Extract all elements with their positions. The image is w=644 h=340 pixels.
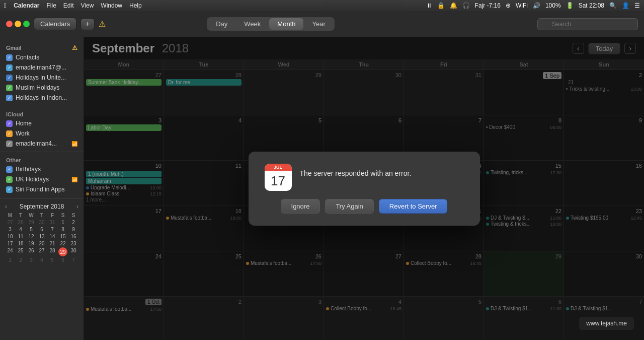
apple-menu-icon[interactable]:  (4, 2, 7, 10)
home-label: Home (16, 120, 32, 127)
sidebar-item-emad4[interactable]: ✓ emadleiman4... 📶 (0, 139, 84, 149)
view-year-button[interactable]: Year (304, 18, 333, 30)
holidays-id-checkbox[interactable]: ✓ (6, 95, 13, 101)
mini-d-27[interactable]: 27 (5, 219, 15, 226)
mini-d-19[interactable]: 19 (26, 240, 36, 247)
mini-d-2b[interactable]: 2 (16, 257, 26, 263)
mini-d-22[interactable]: 22 (58, 240, 68, 247)
mini-d-30b[interactable]: 30 (68, 247, 78, 256)
gmail-group-header: Gmail ⚠ (0, 42, 84, 52)
mini-d-27b[interactable]: 27 (37, 247, 47, 256)
sidebar-item-contacts[interactable]: ✓ Contacts (0, 52, 84, 62)
mini-d-28b[interactable]: 28 (47, 247, 57, 256)
siri-checkbox[interactable]: ✓ (6, 186, 13, 193)
mini-d-23[interactable]: 23 (68, 240, 78, 247)
mini-d-14[interactable]: 14 (47, 233, 57, 240)
mini-d-6[interactable]: 6 (37, 226, 47, 233)
sidebar-item-home[interactable]: ✓ Home (0, 118, 84, 128)
sidebar-item-holidays-id[interactable]: ✓ Holidays in Indon... (0, 93, 84, 103)
mini-d-13[interactable]: 13 (37, 233, 47, 240)
sidebar-item-uk-holidays[interactable]: ✓ UK Holidays 📶 (0, 174, 84, 184)
mini-d-15[interactable]: 15 (58, 233, 68, 240)
menu-help[interactable]: Help (129, 2, 142, 9)
mini-d-24[interactable]: 24 (5, 247, 15, 256)
mini-cal-header-S: S (58, 212, 68, 219)
mini-d-1b[interactable]: 1 (5, 257, 15, 263)
menu-file[interactable]: File (46, 2, 56, 9)
mini-d-26[interactable]: 26 (26, 247, 36, 256)
muslim-holidays-checkbox[interactable]: ✓ (6, 85, 13, 91)
mini-d-7[interactable]: 7 (47, 226, 57, 233)
work-checkbox[interactable]: ✓ (6, 130, 13, 137)
mini-d-5[interactable]: 5 (26, 226, 36, 233)
uk-holidays-checkbox[interactable]: ✓ (6, 176, 13, 183)
mini-d-28[interactable]: 28 (16, 219, 26, 226)
ignore-button[interactable]: Ignore (281, 199, 320, 214)
divider-2 (0, 152, 84, 152)
emad4-label: emadleiman4... (16, 140, 57, 147)
mini-d-6b[interactable]: 6 (58, 257, 68, 263)
mini-cal-next[interactable]: › (76, 203, 78, 210)
home-checkbox[interactable]: ✓ (6, 120, 13, 127)
menu-window[interactable]: Window (101, 2, 122, 9)
try-again-button[interactable]: Try Again (325, 199, 373, 214)
sidebar-item-emad47[interactable]: ✓ emadleiman47@... (0, 62, 84, 73)
app-name[interactable]: Calendar (14, 2, 39, 9)
birthdays-checkbox[interactable]: ✓ (6, 166, 13, 173)
emad47-checkbox[interactable]: ✓ (6, 64, 13, 71)
mini-d-10[interactable]: 10 (5, 233, 15, 240)
mini-d-2[interactable]: 2 (68, 219, 78, 226)
warning-icon: ⚠ (99, 19, 106, 29)
mini-d-30[interactable]: 30 (37, 219, 47, 226)
mini-d-5b[interactable]: 5 (47, 257, 57, 263)
add-calendar-button[interactable]: + (80, 18, 94, 30)
mini-d-7b[interactable]: 7 (68, 257, 78, 263)
search-wrapper: 🔍 (537, 18, 638, 30)
search-input[interactable] (537, 18, 638, 30)
view-week-button[interactable]: Week (236, 18, 269, 30)
holidays-uk-checkbox[interactable]: ✓ (6, 75, 13, 81)
mini-cal-prev[interactable]: ‹ (5, 203, 7, 210)
other-group-header: Other (0, 155, 84, 164)
toolbar-right: 🔍 (537, 18, 638, 30)
sidebar-item-holidays-uk[interactable]: ✓ Holidays in Unite... (0, 73, 84, 83)
contacts-checkbox[interactable]: ✓ (6, 54, 13, 61)
mini-d-9[interactable]: 9 (68, 226, 78, 233)
spotlight-icon[interactable]: 🔍 (609, 2, 617, 9)
mini-d-3b[interactable]: 3 (26, 257, 36, 263)
mini-d-18[interactable]: 18 (16, 240, 26, 247)
mini-d-4b[interactable]: 4 (37, 257, 47, 263)
mini-d-25[interactable]: 25 (16, 247, 26, 256)
mini-d-17[interactable]: 17 (5, 240, 15, 247)
view-day-button[interactable]: Day (208, 18, 235, 30)
mini-d-4[interactable]: 4 (16, 226, 26, 233)
view-month-button[interactable]: Month (269, 18, 303, 30)
revert-to-server-button[interactable]: Revert to Server (379, 199, 448, 214)
sidebar-item-work[interactable]: ✓ Work (0, 128, 84, 139)
mini-cal-header-M: M (5, 212, 15, 219)
user-icon[interactable]: 👤 (622, 2, 629, 9)
mini-d-16[interactable]: 16 (68, 233, 78, 240)
calendars-button[interactable]: Calendars (34, 18, 76, 30)
menubar-right: ⏸ 🔒 🔔 🎧 Fajr -7:16 ⊕ WiFi 🔊 100% 🔋 Sat 2… (426, 2, 640, 9)
mini-d-21[interactable]: 21 (47, 240, 57, 247)
mini-d-1[interactable]: 1 (58, 219, 68, 226)
sidebar-item-siri[interactable]: ✓ Siri Found in Apps (0, 184, 84, 194)
mini-d-31[interactable]: 31 (47, 219, 57, 226)
emad4-checkbox[interactable]: ✓ (6, 141, 13, 147)
mini-d-29[interactable]: 29 (26, 219, 36, 226)
mini-d-3[interactable]: 3 (5, 226, 15, 233)
birthdays-label: Birthdays (16, 166, 41, 173)
menu-view[interactable]: View (81, 2, 94, 9)
mini-d-29-today[interactable]: 29 (58, 247, 67, 256)
mini-d-12[interactable]: 12 (26, 233, 36, 240)
battery-icon: 🔋 (566, 2, 574, 9)
mini-d-20[interactable]: 20 (37, 240, 47, 247)
menu-edit[interactable]: Edit (63, 2, 74, 9)
mini-d-8[interactable]: 8 (58, 226, 68, 233)
dialog-icon-area: JUL 17 The server responded with an erro… (265, 164, 464, 191)
sidebar-item-muslim-holidays[interactable]: ✓ Muslim Holidays (0, 83, 84, 93)
menu-extra-icon[interactable]: ☰ (634, 2, 640, 9)
sidebar-item-birthdays[interactable]: ✓ Birthdays (0, 164, 84, 174)
mini-d-11[interactable]: 11 (16, 233, 26, 240)
